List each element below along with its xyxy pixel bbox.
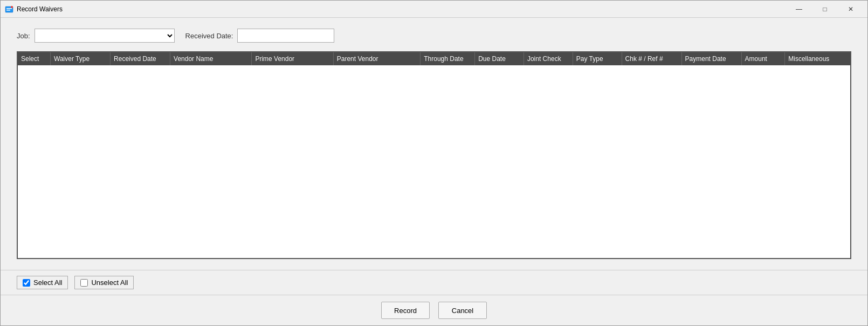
- bottom-bar: Select All Unselect All: [1, 270, 867, 295]
- received-date-input[interactable]: [237, 29, 334, 43]
- select-all-label: Select All: [33, 279, 62, 287]
- form-row: Job: Received Date:: [17, 29, 851, 43]
- select-all-checkbox[interactable]: [23, 279, 30, 287]
- data-table-container: SelectWaiver TypeReceived DateVendor Nam…: [17, 51, 851, 259]
- window-controls: — □ ✕: [787, 2, 863, 17]
- window-icon: [5, 5, 13, 13]
- col-received_date: Received Date: [111, 52, 170, 65]
- main-window: Record Waivers — □ ✕ Job: Received Date:: [0, 0, 868, 326]
- col-amount: Amount: [741, 52, 785, 65]
- data-table: SelectWaiver TypeReceived DateVendor Nam…: [18, 52, 850, 65]
- col-waiver_type: Waiver Type: [51, 52, 111, 65]
- table-header-row: SelectWaiver TypeReceived DateVendor Nam…: [18, 52, 850, 65]
- unselect-all-label: Unselect All: [91, 279, 128, 287]
- col-chk_ref: Chk # / Ref #: [622, 52, 681, 65]
- received-date-label: Received Date:: [185, 32, 233, 40]
- col-payment_date: Payment Date: [681, 52, 741, 65]
- title-bar: Record Waivers — □ ✕: [1, 1, 867, 18]
- col-vendor_name: Vendor Name: [170, 52, 252, 65]
- col-parent_vendor: Parent Vendor: [333, 52, 420, 65]
- svg-rect-1: [6, 8, 12, 9]
- received-date-group: Received Date:: [185, 29, 335, 43]
- record-button[interactable]: Record: [381, 302, 430, 319]
- unselect-all-button[interactable]: Unselect All: [74, 276, 134, 289]
- footer: Record Cancel: [1, 295, 867, 325]
- col-pay_type: Pay Type: [573, 52, 622, 65]
- col-through_date: Through Date: [421, 52, 475, 65]
- minimize-button[interactable]: —: [787, 2, 811, 17]
- job-group: Job:: [17, 29, 175, 43]
- close-button[interactable]: ✕: [838, 2, 863, 17]
- select-all-button[interactable]: Select All: [17, 276, 68, 289]
- content-area: Job: Received Date: SelectWaiver TypeRec…: [1, 18, 867, 270]
- job-select[interactable]: [35, 29, 175, 43]
- maximize-button[interactable]: □: [812, 2, 837, 17]
- unselect-all-checkbox[interactable]: [80, 279, 88, 287]
- col-due_date: Due Date: [475, 52, 524, 65]
- cancel-button[interactable]: Cancel: [438, 302, 487, 319]
- col-select: Select: [18, 52, 51, 65]
- svg-rect-2: [6, 10, 10, 11]
- col-joint_check: Joint Check: [523, 52, 573, 65]
- col-miscellaneous: Miscellaneous: [785, 52, 850, 65]
- col-prime_vendor: Prime Vendor: [252, 52, 333, 65]
- svg-point-3: [11, 6, 13, 8]
- job-label: Job:: [17, 32, 30, 40]
- window-title: Record Waivers: [17, 5, 787, 13]
